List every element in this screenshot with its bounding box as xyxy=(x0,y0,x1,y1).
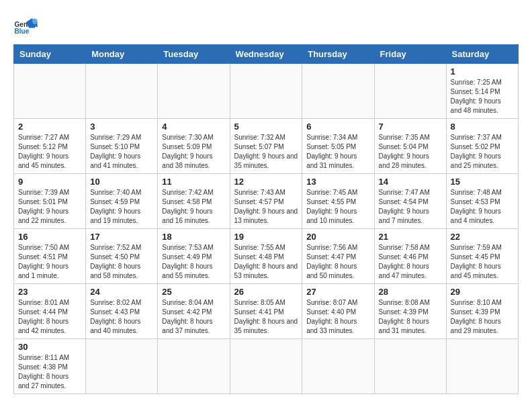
calendar-day-cell: 17Sunrise: 7:52 AM Sunset: 4:50 PM Dayli… xyxy=(86,229,158,284)
calendar-day-cell: 6Sunrise: 7:34 AM Sunset: 5:05 PM Daylig… xyxy=(302,119,374,174)
day-number: 19 xyxy=(234,232,298,242)
day-info: Sunrise: 8:01 AM Sunset: 4:44 PM Dayligh… xyxy=(18,298,81,336)
day-number: 29 xyxy=(451,287,514,297)
day-number: 4 xyxy=(162,122,225,132)
calendar-body: 1Sunrise: 7:25 AM Sunset: 5:14 PM Daylig… xyxy=(14,64,519,394)
calendar-day-cell: 29Sunrise: 8:10 AM Sunset: 4:39 PM Dayli… xyxy=(446,284,518,339)
day-number: 7 xyxy=(379,122,442,132)
day-info: Sunrise: 7:45 AM Sunset: 4:55 PM Dayligh… xyxy=(306,188,369,226)
calendar-day-cell: 22Sunrise: 7:59 AM Sunset: 4:45 PM Dayli… xyxy=(446,229,518,284)
day-info: Sunrise: 7:35 AM Sunset: 5:04 PM Dayligh… xyxy=(379,133,442,171)
logo-icon: General Blue xyxy=(13,13,38,38)
calendar-day-header: Sunday xyxy=(14,45,86,64)
day-info: Sunrise: 7:47 AM Sunset: 4:54 PM Dayligh… xyxy=(379,188,442,226)
calendar-day-cell: 12Sunrise: 7:43 AM Sunset: 4:57 PM Dayli… xyxy=(230,174,302,229)
day-number: 17 xyxy=(90,232,153,242)
calendar-day-cell xyxy=(158,64,230,119)
page-header: General Blue xyxy=(13,13,519,38)
day-info: Sunrise: 7:39 AM Sunset: 5:01 PM Dayligh… xyxy=(18,188,81,226)
day-number: 13 xyxy=(306,177,369,187)
day-number: 2 xyxy=(18,122,81,132)
day-number: 15 xyxy=(451,177,514,187)
day-info: Sunrise: 7:52 AM Sunset: 4:50 PM Dayligh… xyxy=(90,243,153,281)
day-number: 3 xyxy=(90,122,153,132)
day-number: 23 xyxy=(18,287,81,297)
calendar-day-cell: 11Sunrise: 7:42 AM Sunset: 4:58 PM Dayli… xyxy=(158,174,230,229)
svg-text:Blue: Blue xyxy=(14,28,29,35)
day-info: Sunrise: 8:02 AM Sunset: 4:43 PM Dayligh… xyxy=(90,298,153,336)
day-number: 1 xyxy=(451,66,514,77)
calendar-day-cell: 24Sunrise: 8:02 AM Sunset: 4:43 PM Dayli… xyxy=(86,284,158,339)
day-info: Sunrise: 7:27 AM Sunset: 5:12 PM Dayligh… xyxy=(18,133,81,171)
day-number: 28 xyxy=(379,287,442,297)
calendar-day-cell xyxy=(86,339,158,394)
day-info: Sunrise: 8:10 AM Sunset: 4:39 PM Dayligh… xyxy=(451,298,514,336)
calendar-day-cell: 30Sunrise: 8:11 AM Sunset: 4:38 PM Dayli… xyxy=(14,339,86,394)
calendar-header-row: SundayMondayTuesdayWednesdayThursdayFrid… xyxy=(14,45,519,64)
calendar-table: SundayMondayTuesdayWednesdayThursdayFrid… xyxy=(13,44,519,394)
day-number: 11 xyxy=(162,177,225,187)
calendar-day-cell xyxy=(302,64,374,119)
calendar-day-cell xyxy=(302,339,374,394)
day-number: 27 xyxy=(306,287,369,297)
day-info: Sunrise: 7:37 AM Sunset: 5:02 PM Dayligh… xyxy=(451,133,514,171)
day-info: Sunrise: 7:34 AM Sunset: 5:05 PM Dayligh… xyxy=(306,133,369,171)
day-info: Sunrise: 8:08 AM Sunset: 4:39 PM Dayligh… xyxy=(379,298,442,336)
day-info: Sunrise: 7:32 AM Sunset: 5:07 PM Dayligh… xyxy=(234,133,298,171)
day-number: 21 xyxy=(379,232,442,242)
calendar-day-cell: 26Sunrise: 8:05 AM Sunset: 4:41 PM Dayli… xyxy=(230,284,302,339)
day-info: Sunrise: 7:50 AM Sunset: 4:51 PM Dayligh… xyxy=(18,243,81,281)
calendar-day-cell: 15Sunrise: 7:48 AM Sunset: 4:53 PM Dayli… xyxy=(446,174,518,229)
calendar-day-header: Thursday xyxy=(302,45,374,64)
calendar-day-cell xyxy=(374,64,446,119)
calendar-day-cell: 16Sunrise: 7:50 AM Sunset: 4:51 PM Dayli… xyxy=(14,229,86,284)
calendar-day-cell: 7Sunrise: 7:35 AM Sunset: 5:04 PM Daylig… xyxy=(374,119,446,174)
day-info: Sunrise: 7:59 AM Sunset: 4:45 PM Dayligh… xyxy=(451,243,514,281)
day-number: 9 xyxy=(18,177,81,187)
calendar-day-cell: 10Sunrise: 7:40 AM Sunset: 4:59 PM Dayli… xyxy=(86,174,158,229)
day-info: Sunrise: 7:48 AM Sunset: 4:53 PM Dayligh… xyxy=(451,188,514,226)
calendar-day-cell: 18Sunrise: 7:53 AM Sunset: 4:49 PM Dayli… xyxy=(158,229,230,284)
calendar-day-cell xyxy=(158,339,230,394)
day-number: 25 xyxy=(162,287,225,297)
day-info: Sunrise: 8:05 AM Sunset: 4:41 PM Dayligh… xyxy=(234,298,298,336)
day-info: Sunrise: 8:11 AM Sunset: 4:38 PM Dayligh… xyxy=(18,353,81,391)
calendar-day-cell: 8Sunrise: 7:37 AM Sunset: 5:02 PM Daylig… xyxy=(446,119,518,174)
calendar-day-cell: 25Sunrise: 8:04 AM Sunset: 4:42 PM Dayli… xyxy=(158,284,230,339)
logo: General Blue xyxy=(13,13,40,38)
calendar-day-cell: 2Sunrise: 7:27 AM Sunset: 5:12 PM Daylig… xyxy=(14,119,86,174)
day-info: Sunrise: 7:58 AM Sunset: 4:46 PM Dayligh… xyxy=(379,243,442,281)
calendar-day-cell: 9Sunrise: 7:39 AM Sunset: 5:01 PM Daylig… xyxy=(14,174,86,229)
day-info: Sunrise: 7:29 AM Sunset: 5:10 PM Dayligh… xyxy=(90,133,153,171)
calendar-day-cell: 23Sunrise: 8:01 AM Sunset: 4:44 PM Dayli… xyxy=(14,284,86,339)
calendar-week-row: 1Sunrise: 7:25 AM Sunset: 5:14 PM Daylig… xyxy=(14,64,519,119)
day-info: Sunrise: 7:56 AM Sunset: 4:47 PM Dayligh… xyxy=(306,243,369,281)
day-number: 10 xyxy=(90,177,153,187)
calendar-day-cell xyxy=(86,64,158,119)
day-number: 22 xyxy=(451,232,514,242)
calendar-day-cell xyxy=(446,339,518,394)
calendar-week-row: 9Sunrise: 7:39 AM Sunset: 5:01 PM Daylig… xyxy=(14,174,519,229)
day-number: 18 xyxy=(162,232,225,242)
calendar-day-cell: 21Sunrise: 7:58 AM Sunset: 4:46 PM Dayli… xyxy=(374,229,446,284)
calendar-day-header: Friday xyxy=(374,45,446,64)
day-info: Sunrise: 7:25 AM Sunset: 5:14 PM Dayligh… xyxy=(451,78,514,116)
calendar-day-cell xyxy=(230,64,302,119)
day-number: 14 xyxy=(379,177,442,187)
calendar-day-cell: 20Sunrise: 7:56 AM Sunset: 4:47 PM Dayli… xyxy=(302,229,374,284)
day-info: Sunrise: 8:07 AM Sunset: 4:40 PM Dayligh… xyxy=(306,298,369,336)
calendar-day-cell xyxy=(14,64,86,119)
day-number: 8 xyxy=(451,122,514,132)
day-number: 24 xyxy=(90,287,153,297)
calendar-day-cell xyxy=(230,339,302,394)
calendar-day-cell: 13Sunrise: 7:45 AM Sunset: 4:55 PM Dayli… xyxy=(302,174,374,229)
calendar-day-cell: 28Sunrise: 8:08 AM Sunset: 4:39 PM Dayli… xyxy=(374,284,446,339)
day-info: Sunrise: 7:55 AM Sunset: 4:48 PM Dayligh… xyxy=(234,243,298,281)
day-number: 12 xyxy=(234,177,298,187)
calendar-day-cell xyxy=(374,339,446,394)
day-info: Sunrise: 7:40 AM Sunset: 4:59 PM Dayligh… xyxy=(90,188,153,226)
day-info: Sunrise: 7:53 AM Sunset: 4:49 PM Dayligh… xyxy=(162,243,225,281)
calendar-week-row: 2Sunrise: 7:27 AM Sunset: 5:12 PM Daylig… xyxy=(14,119,519,174)
day-number: 6 xyxy=(306,122,369,132)
calendar-week-row: 16Sunrise: 7:50 AM Sunset: 4:51 PM Dayli… xyxy=(14,229,519,284)
